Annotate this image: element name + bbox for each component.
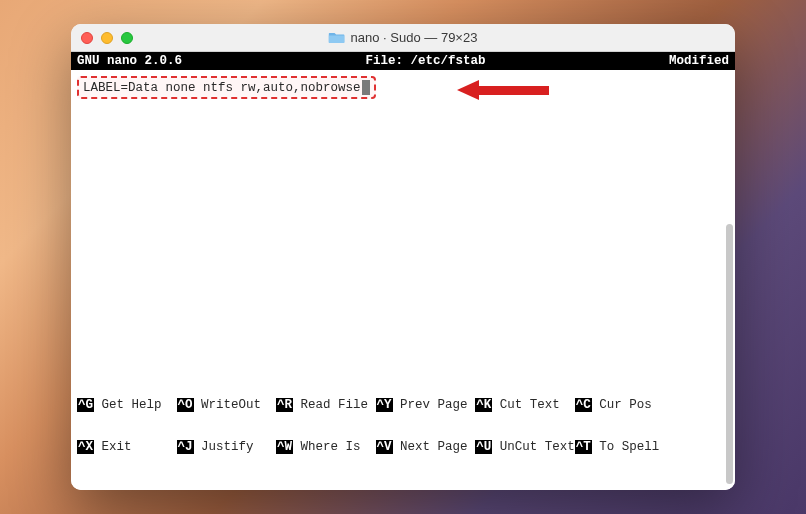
cmd-justify: ^J Justify (177, 440, 277, 454)
traffic-lights (81, 32, 133, 44)
editor-area[interactable]: LABEL=Data none ntfs rw,auto,nobrowse (71, 70, 735, 368)
cmd-prev-page: ^Y Prev Page (376, 398, 476, 412)
nano-file: File: /etc/fstab (182, 54, 669, 68)
cmd-where-is: ^W Where Is (276, 440, 376, 454)
terminal-window: nano · Sudo — 79×23 GNU nano 2.0.6 File:… (71, 24, 735, 490)
cursor (362, 80, 370, 95)
footer-row-1: ^G Get Help ^O WriteOut ^R Read File ^Y … (77, 398, 729, 412)
cmd-read-file: ^R Read File (276, 398, 376, 412)
cmd-uncut-text: ^U UnCut Text (475, 440, 575, 454)
window-title: nano · Sudo — 79×23 (329, 30, 478, 45)
cmd-to-spell: ^T To Spell (575, 440, 660, 454)
cmd-exit: ^X Exit (77, 440, 177, 454)
minimize-icon[interactable] (101, 32, 113, 44)
titlebar[interactable]: nano · Sudo — 79×23 (71, 24, 735, 52)
folder-icon (329, 31, 345, 44)
scrollbar[interactable] (723, 64, 733, 484)
annotation-arrow-icon (457, 80, 549, 100)
cmd-cur-pos: ^C Cur Pos (575, 398, 652, 412)
cmd-next-page: ^V Next Page (376, 440, 476, 454)
nano-version: GNU nano 2.0.6 (77, 54, 182, 68)
nano-footer: ^G Get Help ^O WriteOut ^R Read File ^Y … (71, 368, 735, 490)
cmd-get-help: ^G Get Help (77, 398, 177, 412)
window-title-text: nano · Sudo — 79×23 (351, 30, 478, 45)
cmd-writeout: ^O WriteOut (177, 398, 277, 412)
footer-row-2: ^X Exit ^J Justify ^W Where Is ^V Next P… (77, 440, 729, 454)
cmd-cut-text: ^K Cut Text (475, 398, 575, 412)
editor-line: LABEL=Data none ntfs rw,auto,nobrowse (83, 81, 361, 95)
close-icon[interactable] (81, 32, 93, 44)
annotation-highlight: LABEL=Data none ntfs rw,auto,nobrowse (77, 76, 376, 99)
nano-status: Modified (669, 54, 729, 68)
nano-header: GNU nano 2.0.6 File: /etc/fstab Modified (71, 52, 735, 70)
scrollbar-thumb[interactable] (726, 224, 733, 484)
maximize-icon[interactable] (121, 32, 133, 44)
